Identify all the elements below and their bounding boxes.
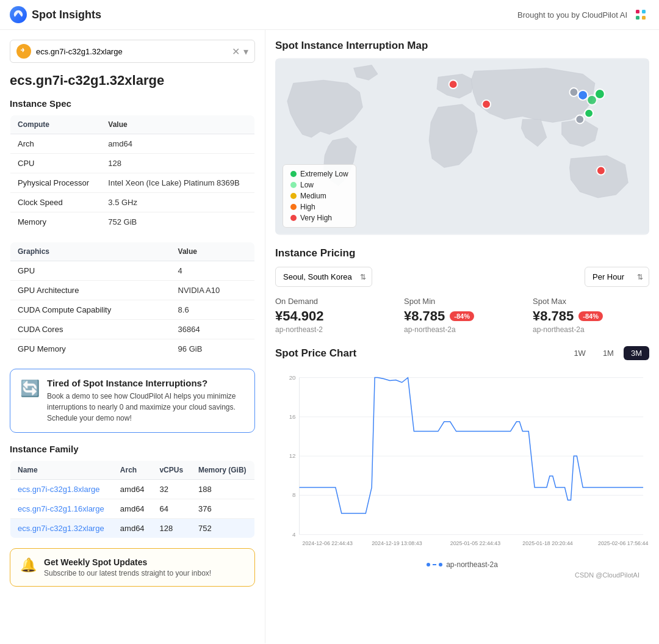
- on-demand-card: On Demand ¥54.902 ap-northeast-2: [275, 297, 392, 334]
- family-vcpus: 32: [152, 480, 191, 499]
- app-header: Spot Insights Brought to you by CloudPil…: [0, 0, 659, 30]
- map-section: Spot Instance Interruption Map: [275, 40, 649, 235]
- region-select[interactable]: Seoul, South Korea: [275, 267, 372, 287]
- legend-label: Medium: [300, 192, 326, 200]
- dropdown-icon[interactable]: ▾: [243, 46, 248, 57]
- table-row: Clock Speed3.5 GHz: [10, 193, 255, 212]
- table-row: CUDA Compute Capability8.6: [10, 300, 255, 320]
- spec-key: GPU: [10, 261, 171, 281]
- promo-icon: 🔄: [20, 379, 40, 398]
- table-row: Archamd64: [10, 134, 255, 154]
- legend-item: Low: [290, 181, 348, 189]
- spec-value: 752 GiB: [101, 212, 254, 232]
- table-row: GPU Memory96 GiB: [10, 339, 255, 359]
- svg-point-8: [569, 88, 578, 96]
- legend-label: High: [300, 203, 315, 211]
- svg-text:2024-12-19 13:08:43: 2024-12-19 13:08:43: [372, 540, 422, 546]
- svg-text:2025-01-05 22:44:43: 2025-01-05 22:44:43: [450, 540, 500, 546]
- spec-value: 3.5 GHz: [101, 193, 254, 212]
- svg-point-11: [585, 109, 593, 118]
- spot-min-badge: -84%: [450, 311, 474, 321]
- spot-max-card: Spot Max ¥8.785 -84% ap-northeast-2a: [533, 297, 649, 334]
- chart-tab-3m[interactable]: 3M: [624, 346, 649, 360]
- region-select-wrapper[interactable]: Seoul, South Korea: [275, 267, 372, 287]
- app-logo: [10, 6, 27, 23]
- search-actions: ✕ ▾: [232, 46, 248, 57]
- instance-family-table: NameArchvCPUsMemory (GiB) ecs.gn7i-c32g1…: [10, 460, 255, 538]
- table-row: Memory752 GiB: [10, 212, 255, 232]
- svg-text:2025-01-18 20:20:44: 2025-01-18 20:20:44: [522, 540, 572, 546]
- svg-text:2025-02-06 17:56:44: 2025-02-06 17:56:44: [598, 540, 648, 546]
- svg-text:4: 4: [292, 531, 296, 538]
- instance-name: ecs.gn7i-c32g1.32xlarge: [10, 73, 255, 89]
- graphics-col-header: Graphics: [10, 242, 171, 261]
- spot-min-label: Spot Min: [404, 297, 520, 306]
- tagline: Brought to you by CloudPilot AI: [517, 10, 627, 20]
- chart-title: Spot Price Chart: [275, 347, 356, 360]
- left-panel: ✕ ▾ ecs.gn7i-c32g1.32xlarge Instance Spe…: [0, 30, 265, 643]
- on-demand-region: ap-northeast-2: [275, 325, 392, 334]
- promo-title: Tired of Spot Instance Interruptions?: [47, 378, 245, 388]
- chart-tab-1w[interactable]: 1W: [566, 346, 593, 360]
- table-row: GPU ArchitectureNVIDIA A10: [10, 281, 255, 300]
- spot-max-value: ¥8.785 -84%: [533, 308, 649, 324]
- compute-col-header: Compute: [10, 115, 101, 134]
- legend-dot: [290, 215, 297, 221]
- newsletter-title: Get Weekly Spot Updates: [44, 557, 211, 567]
- period-select[interactable]: Per Hour Per Day Per Month: [585, 267, 649, 287]
- family-vcpus: 64: [152, 499, 191, 519]
- header-right: Brought to you by CloudPilot AI: [517, 6, 649, 23]
- list-item[interactable]: ecs.gn7i-c32g1.16xlarge amd64 64 376: [10, 499, 255, 519]
- legend-item: Extremely Low: [290, 170, 348, 178]
- legend-label: Very High: [300, 214, 332, 222]
- list-item[interactable]: ecs.gn7i-c32g1.8xlarge amd64 32 188: [10, 480, 255, 499]
- promo-content: Tired of Spot Instance Interruptions? Bo…: [47, 378, 245, 424]
- on-demand-value: ¥54.902: [275, 308, 392, 324]
- svg-text:2024-12-06 22:44:43: 2024-12-06 22:44:43: [302, 540, 352, 546]
- spec-value: 4: [171, 261, 255, 281]
- chart-container: 20 16 12 8 4: [275, 367, 649, 557]
- svg-point-9: [482, 100, 491, 109]
- on-demand-label: On Demand: [275, 297, 392, 306]
- svg-text:20: 20: [289, 374, 296, 381]
- svg-text:8: 8: [292, 491, 296, 498]
- chart-tab-1m[interactable]: 1M: [596, 346, 621, 360]
- clear-icon[interactable]: ✕: [232, 46, 240, 57]
- list-item[interactable]: ecs.gn7i-c32g1.32xlarge amd64 128 752: [10, 519, 255, 538]
- spec-key: GPU Architecture: [10, 281, 171, 300]
- family-name[interactable]: ecs.gn7i-c32g1.32xlarge: [10, 519, 113, 538]
- spec-key: GPU Memory: [10, 339, 171, 359]
- app-title: Spot Insights: [32, 9, 101, 21]
- newsletter-content: Get Weekly Spot Updates Subscribe to our…: [44, 557, 211, 577]
- family-col-header: Memory (GiB): [191, 461, 255, 480]
- pricing-title: Instance Pricing: [275, 247, 649, 259]
- family-arch: amd64: [113, 519, 153, 538]
- search-input[interactable]: [36, 47, 227, 56]
- promo-box: 🔄 Tired of Spot Instance Interruptions? …: [10, 369, 255, 433]
- family-vcpus: 128: [152, 519, 191, 538]
- period-select-wrapper[interactable]: Per Hour Per Day Per Month: [585, 267, 649, 287]
- legend-dot: [290, 204, 297, 210]
- svg-rect-2: [636, 16, 639, 20]
- family-name[interactable]: ecs.gn7i-c32g1.8xlarge: [10, 480, 113, 499]
- svg-point-7: [578, 90, 588, 100]
- family-arch: amd64: [113, 480, 153, 499]
- legend-dot: [290, 182, 297, 188]
- svg-rect-3: [642, 16, 646, 20]
- spot-min-card: Spot Min ¥8.785 -84% ap-northeast-2a: [404, 297, 520, 334]
- legend-item: Very High: [290, 214, 348, 222]
- spec-key: Clock Speed: [10, 193, 101, 212]
- instance-spec-title: Instance Spec: [10, 98, 255, 109]
- header-left: Spot Insights: [10, 6, 101, 23]
- slack-icon[interactable]: [632, 6, 649, 23]
- svg-text:12: 12: [289, 452, 296, 459]
- instance-family-title: Instance Family: [10, 444, 255, 454]
- newsletter-description: Subscribe to our latest trends straight …: [44, 569, 211, 577]
- spot-min-value: ¥8.785 -84%: [404, 308, 520, 324]
- table-row: Pyhysical ProcessorIntel Xeon (Ice Lake)…: [10, 173, 255, 193]
- graphics-spec-table: Graphics Value GPU4GPU ArchitectureNVIDI…: [10, 242, 255, 359]
- map-title: Spot Instance Interruption Map: [275, 40, 649, 52]
- family-col-header: vCPUs: [152, 461, 191, 480]
- family-name[interactable]: ecs.gn7i-c32g1.16xlarge: [10, 499, 113, 519]
- spec-key: Memory: [10, 212, 101, 232]
